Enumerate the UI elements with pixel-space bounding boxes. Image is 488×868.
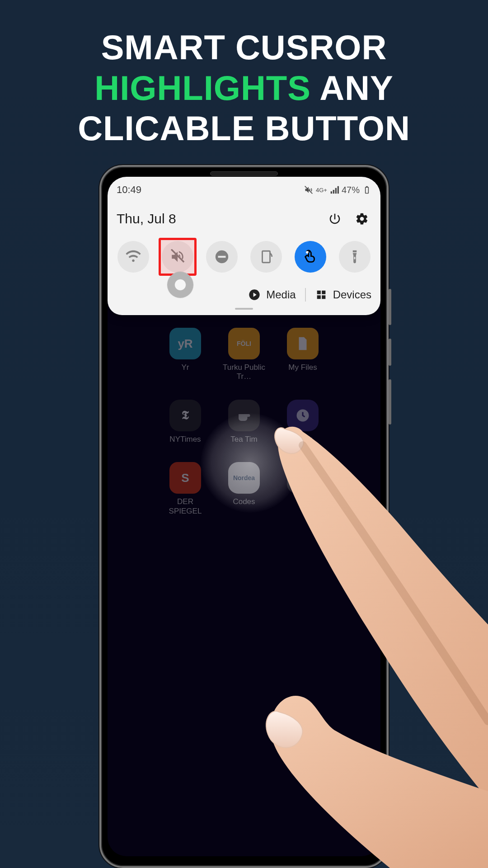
network-type: 4G+ xyxy=(316,187,327,193)
panel-grabber[interactable] xyxy=(235,308,253,310)
panel-date: Thu, Jul 8 xyxy=(117,211,176,226)
power-button[interactable] xyxy=(325,209,344,228)
status-icons: 4G+ 47% xyxy=(304,185,371,195)
grid-icon xyxy=(315,288,328,301)
wifi-icon xyxy=(126,249,141,264)
headline-accent: highlights xyxy=(94,69,311,107)
devices-label: Devices xyxy=(333,288,371,301)
app-label: My Files xyxy=(288,363,317,372)
flashlight-icon xyxy=(347,249,362,264)
settings-button[interactable] xyxy=(352,209,371,228)
gear-icon xyxy=(355,212,369,226)
home-app[interactable]: 𝕿NYTimes xyxy=(158,400,212,444)
app-icon: FÖLI xyxy=(228,328,260,359)
phone-side-button xyxy=(389,339,391,366)
qs-dnd-toggle[interactable] xyxy=(206,241,238,273)
home-app[interactable]: FÖLITurku Public Tr… xyxy=(217,328,271,382)
svg-rect-5 xyxy=(218,256,226,258)
app-label: NYTimes xyxy=(169,435,201,444)
media-devices-row: Media Devices xyxy=(117,288,371,302)
media-label: Media xyxy=(266,288,296,301)
mute-icon xyxy=(170,249,185,264)
app-icon: 𝕿 xyxy=(169,400,201,431)
dnd-icon xyxy=(214,249,230,264)
home-app[interactable]: yRYr xyxy=(158,328,212,382)
app-label: DER SPIEGEL xyxy=(160,497,211,516)
headline-line3: clicable button xyxy=(78,109,410,147)
phone-speaker xyxy=(210,171,278,176)
power-icon xyxy=(328,212,342,226)
battery-icon xyxy=(362,185,371,194)
battery-text: 47% xyxy=(342,185,360,195)
qs-mute-toggle[interactable] xyxy=(162,241,193,273)
pointing-hand xyxy=(253,414,488,868)
status-bar: 10:49 4G+ 47% xyxy=(117,182,371,198)
divider xyxy=(305,288,306,302)
status-time: 10:49 xyxy=(117,184,141,196)
home-app[interactable]: My Files xyxy=(276,328,330,382)
svg-rect-7 xyxy=(354,257,356,259)
qs-flashlight-toggle[interactable] xyxy=(339,241,371,273)
qs-gesture-toggle[interactable] xyxy=(295,241,326,273)
signal-icon xyxy=(330,185,339,194)
app-icon: S xyxy=(169,462,201,494)
notification-panel: 10:49 4G+ 47% Thu, Jul 8 xyxy=(108,177,380,315)
devices-button[interactable]: Devices xyxy=(315,288,371,301)
quick-settings-row xyxy=(117,241,371,273)
headline-line2b: any xyxy=(311,69,394,107)
mute-status-icon xyxy=(304,185,313,194)
smart-cursor xyxy=(167,272,193,298)
qs-wifi-toggle[interactable] xyxy=(117,241,149,273)
qs-rotate-toggle[interactable] xyxy=(250,241,282,273)
headline-line1: Smart cusror xyxy=(101,28,387,66)
rotate-icon xyxy=(258,249,274,264)
app-icon xyxy=(287,328,319,359)
app-label: Yr xyxy=(182,363,189,372)
svg-point-6 xyxy=(306,251,309,254)
gesture-icon xyxy=(303,249,318,264)
marketing-headline: Smart cusror highlights any clicable but… xyxy=(0,27,488,149)
panel-date-row: Thu, Jul 8 xyxy=(117,209,371,228)
svg-rect-3 xyxy=(171,249,185,263)
phone-side-button xyxy=(389,289,391,325)
app-label: Turku Public Tr… xyxy=(219,363,269,382)
play-circle-icon xyxy=(248,288,261,301)
app-icon: yR xyxy=(169,328,201,359)
media-button[interactable]: Media xyxy=(248,288,296,301)
